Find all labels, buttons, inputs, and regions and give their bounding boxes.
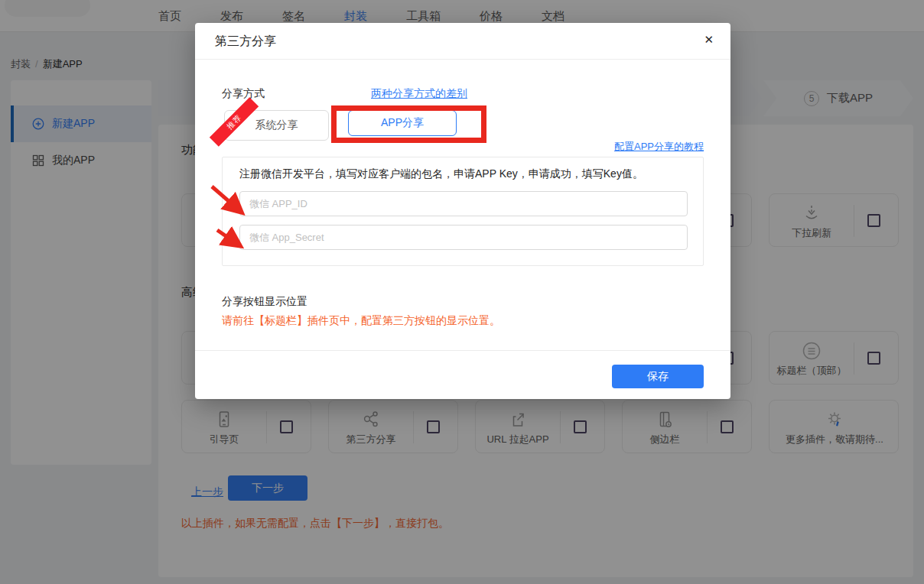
annotation-highlight-box: [331, 105, 486, 143]
wechat-secret-input[interactable]: [239, 225, 688, 250]
recommend-ribbon: 推荐: [210, 97, 259, 146]
app-screen: 首页 发布 签名 封装 工具箱 价格 文档 封装/新建APP 新建APP: [0, 0, 924, 584]
modal-title: 第三方分享: [215, 34, 276, 50]
share-button-position-label: 分享按钮显示位置: [222, 295, 307, 309]
share-button-position-note: 请前往【标题栏】插件页中，配置第三方按钮的显示位置。: [222, 314, 500, 328]
modal-footer-divider: [195, 350, 730, 351]
wechat-appid-input[interactable]: [239, 191, 688, 216]
modal-header: 第三方分享 ✕: [195, 23, 730, 60]
third-party-share-modal: 第三方分享 ✕ 分享方式 两种分享方式的差别 推荐 系统分享 APP分享 配置A…: [195, 23, 730, 399]
form-instruction: 注册微信开发平台，填写对应客户端的包名，申请APP Key，申请成功，填写Key…: [239, 167, 643, 181]
share-method-label: 分享方式: [222, 87, 265, 101]
wechat-key-form: 注册微信开发平台，填写对应客户端的包名，申请APP Key，申请成功，填写Key…: [222, 157, 704, 266]
system-share-button[interactable]: 推荐 系统分享: [224, 110, 329, 141]
share-method-diff-link[interactable]: 两种分享方式的差别: [371, 87, 467, 101]
app-share-tutorial-link[interactable]: 配置APP分享的教程: [614, 140, 704, 154]
save-button[interactable]: 保存: [612, 365, 704, 388]
close-icon[interactable]: ✕: [704, 33, 714, 47]
